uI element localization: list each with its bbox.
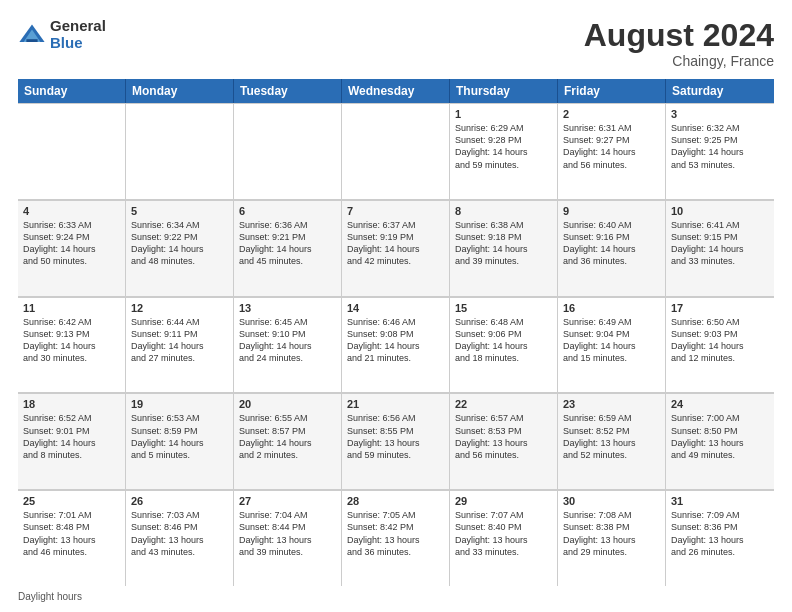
cal-empty-cell xyxy=(126,103,234,199)
cal-header-day: Monday xyxy=(126,79,234,103)
cal-day-cell: 25Sunrise: 7:01 AM Sunset: 8:48 PM Dayli… xyxy=(18,490,126,586)
cal-day-cell: 29Sunrise: 7:07 AM Sunset: 8:40 PM Dayli… xyxy=(450,490,558,586)
cal-day-cell: 8Sunrise: 6:38 AM Sunset: 9:18 PM Daylig… xyxy=(450,200,558,296)
day-number: 28 xyxy=(347,495,444,507)
day-number: 8 xyxy=(455,205,552,217)
page: General Blue August 2024 Chaingy, France… xyxy=(0,0,792,612)
calendar-body: 1Sunrise: 6:29 AM Sunset: 9:28 PM Daylig… xyxy=(18,103,774,586)
footer-note: Daylight hours xyxy=(18,591,774,602)
day-info: Sunrise: 6:50 AM Sunset: 9:03 PM Dayligh… xyxy=(671,316,769,365)
logo-general-label: General xyxy=(50,18,106,35)
cal-day-cell: 16Sunrise: 6:49 AM Sunset: 9:04 PM Dayli… xyxy=(558,297,666,393)
cal-day-cell: 26Sunrise: 7:03 AM Sunset: 8:46 PM Dayli… xyxy=(126,490,234,586)
day-number: 4 xyxy=(23,205,120,217)
day-info: Sunrise: 6:46 AM Sunset: 9:08 PM Dayligh… xyxy=(347,316,444,365)
day-info: Sunrise: 6:42 AM Sunset: 9:13 PM Dayligh… xyxy=(23,316,120,365)
day-number: 26 xyxy=(131,495,228,507)
cal-day-cell: 14Sunrise: 6:46 AM Sunset: 9:08 PM Dayli… xyxy=(342,297,450,393)
day-number: 24 xyxy=(671,398,769,410)
day-info: Sunrise: 6:29 AM Sunset: 9:28 PM Dayligh… xyxy=(455,122,552,171)
cal-day-cell: 27Sunrise: 7:04 AM Sunset: 8:44 PM Dayli… xyxy=(234,490,342,586)
calendar-header: SundayMondayTuesdayWednesdayThursdayFrid… xyxy=(18,79,774,103)
day-info: Sunrise: 6:45 AM Sunset: 9:10 PM Dayligh… xyxy=(239,316,336,365)
cal-day-cell: 9Sunrise: 6:40 AM Sunset: 9:16 PM Daylig… xyxy=(558,200,666,296)
cal-day-cell: 1Sunrise: 6:29 AM Sunset: 9:28 PM Daylig… xyxy=(450,103,558,199)
day-info: Sunrise: 6:37 AM Sunset: 9:19 PM Dayligh… xyxy=(347,219,444,268)
day-info: Sunrise: 7:03 AM Sunset: 8:46 PM Dayligh… xyxy=(131,509,228,558)
cal-day-cell: 30Sunrise: 7:08 AM Sunset: 8:38 PM Dayli… xyxy=(558,490,666,586)
day-number: 20 xyxy=(239,398,336,410)
day-number: 23 xyxy=(563,398,660,410)
month-title: August 2024 xyxy=(584,18,774,53)
day-info: Sunrise: 7:08 AM Sunset: 8:38 PM Dayligh… xyxy=(563,509,660,558)
cal-day-cell: 4Sunrise: 6:33 AM Sunset: 9:24 PM Daylig… xyxy=(18,200,126,296)
day-number: 16 xyxy=(563,302,660,314)
cal-day-cell: 20Sunrise: 6:55 AM Sunset: 8:57 PM Dayli… xyxy=(234,393,342,489)
day-info: Sunrise: 7:00 AM Sunset: 8:50 PM Dayligh… xyxy=(671,412,769,461)
day-number: 27 xyxy=(239,495,336,507)
day-number: 1 xyxy=(455,108,552,120)
location: Chaingy, France xyxy=(584,53,774,69)
cal-day-cell: 13Sunrise: 6:45 AM Sunset: 9:10 PM Dayli… xyxy=(234,297,342,393)
day-info: Sunrise: 6:57 AM Sunset: 8:53 PM Dayligh… xyxy=(455,412,552,461)
day-number: 5 xyxy=(131,205,228,217)
cal-day-cell: 21Sunrise: 6:56 AM Sunset: 8:55 PM Dayli… xyxy=(342,393,450,489)
day-info: Sunrise: 6:44 AM Sunset: 9:11 PM Dayligh… xyxy=(131,316,228,365)
day-info: Sunrise: 6:33 AM Sunset: 9:24 PM Dayligh… xyxy=(23,219,120,268)
calendar: SundayMondayTuesdayWednesdayThursdayFrid… xyxy=(18,79,774,586)
cal-day-cell: 6Sunrise: 6:36 AM Sunset: 9:21 PM Daylig… xyxy=(234,200,342,296)
day-info: Sunrise: 6:41 AM Sunset: 9:15 PM Dayligh… xyxy=(671,219,769,268)
cal-week-row: 11Sunrise: 6:42 AM Sunset: 9:13 PM Dayli… xyxy=(18,297,774,394)
cal-empty-cell xyxy=(234,103,342,199)
day-number: 21 xyxy=(347,398,444,410)
cal-day-cell: 24Sunrise: 7:00 AM Sunset: 8:50 PM Dayli… xyxy=(666,393,774,489)
cal-week-row: 1Sunrise: 6:29 AM Sunset: 9:28 PM Daylig… xyxy=(18,103,774,200)
day-info: Sunrise: 6:56 AM Sunset: 8:55 PM Dayligh… xyxy=(347,412,444,461)
cal-empty-cell xyxy=(342,103,450,199)
cal-day-cell: 2Sunrise: 6:31 AM Sunset: 9:27 PM Daylig… xyxy=(558,103,666,199)
cal-week-row: 25Sunrise: 7:01 AM Sunset: 8:48 PM Dayli… xyxy=(18,490,774,586)
cal-header-day: Thursday xyxy=(450,79,558,103)
day-info: Sunrise: 6:52 AM Sunset: 9:01 PM Dayligh… xyxy=(23,412,120,461)
day-number: 12 xyxy=(131,302,228,314)
cal-day-cell: 23Sunrise: 6:59 AM Sunset: 8:52 PM Dayli… xyxy=(558,393,666,489)
day-info: Sunrise: 6:38 AM Sunset: 9:18 PM Dayligh… xyxy=(455,219,552,268)
logo: General Blue xyxy=(18,18,106,51)
cal-day-cell: 17Sunrise: 6:50 AM Sunset: 9:03 PM Dayli… xyxy=(666,297,774,393)
logo-text: General Blue xyxy=(50,18,106,51)
day-info: Sunrise: 6:49 AM Sunset: 9:04 PM Dayligh… xyxy=(563,316,660,365)
cal-day-cell: 3Sunrise: 6:32 AM Sunset: 9:25 PM Daylig… xyxy=(666,103,774,199)
cal-day-cell: 31Sunrise: 7:09 AM Sunset: 8:36 PM Dayli… xyxy=(666,490,774,586)
cal-day-cell: 10Sunrise: 6:41 AM Sunset: 9:15 PM Dayli… xyxy=(666,200,774,296)
day-info: Sunrise: 6:55 AM Sunset: 8:57 PM Dayligh… xyxy=(239,412,336,461)
day-info: Sunrise: 6:48 AM Sunset: 9:06 PM Dayligh… xyxy=(455,316,552,365)
cal-day-cell: 19Sunrise: 6:53 AM Sunset: 8:59 PM Dayli… xyxy=(126,393,234,489)
svg-rect-2 xyxy=(26,39,37,42)
day-number: 13 xyxy=(239,302,336,314)
day-info: Sunrise: 7:04 AM Sunset: 8:44 PM Dayligh… xyxy=(239,509,336,558)
cal-empty-cell xyxy=(18,103,126,199)
day-number: 30 xyxy=(563,495,660,507)
title-area: August 2024 Chaingy, France xyxy=(584,18,774,69)
day-info: Sunrise: 7:01 AM Sunset: 8:48 PM Dayligh… xyxy=(23,509,120,558)
day-number: 14 xyxy=(347,302,444,314)
day-number: 25 xyxy=(23,495,120,507)
day-info: Sunrise: 6:40 AM Sunset: 9:16 PM Dayligh… xyxy=(563,219,660,268)
cal-day-cell: 22Sunrise: 6:57 AM Sunset: 8:53 PM Dayli… xyxy=(450,393,558,489)
day-info: Sunrise: 7:07 AM Sunset: 8:40 PM Dayligh… xyxy=(455,509,552,558)
day-number: 31 xyxy=(671,495,769,507)
day-info: Sunrise: 6:36 AM Sunset: 9:21 PM Dayligh… xyxy=(239,219,336,268)
cal-week-row: 18Sunrise: 6:52 AM Sunset: 9:01 PM Dayli… xyxy=(18,393,774,490)
day-info: Sunrise: 6:59 AM Sunset: 8:52 PM Dayligh… xyxy=(563,412,660,461)
day-number: 29 xyxy=(455,495,552,507)
day-info: Sunrise: 6:34 AM Sunset: 9:22 PM Dayligh… xyxy=(131,219,228,268)
day-info: Sunrise: 6:53 AM Sunset: 8:59 PM Dayligh… xyxy=(131,412,228,461)
day-number: 9 xyxy=(563,205,660,217)
cal-day-cell: 28Sunrise: 7:05 AM Sunset: 8:42 PM Dayli… xyxy=(342,490,450,586)
day-number: 11 xyxy=(23,302,120,314)
day-number: 15 xyxy=(455,302,552,314)
day-info: Sunrise: 7:09 AM Sunset: 8:36 PM Dayligh… xyxy=(671,509,769,558)
cal-header-day: Saturday xyxy=(666,79,774,103)
day-number: 7 xyxy=(347,205,444,217)
day-info: Sunrise: 7:05 AM Sunset: 8:42 PM Dayligh… xyxy=(347,509,444,558)
